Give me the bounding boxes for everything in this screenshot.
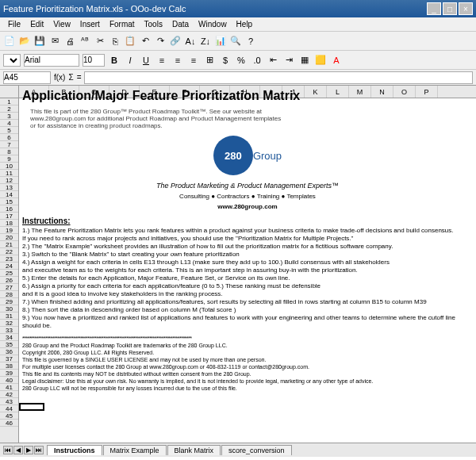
row-header[interactable]: 24 <box>0 263 18 270</box>
align-right-icon[interactable]: ≡ <box>187 54 200 67</box>
find-icon[interactable]: 🔍 <box>229 35 242 48</box>
row-header[interactable]: 30 <box>0 305 18 312</box>
row-header[interactable]: 43 <box>0 398 18 405</box>
row-header[interactable]: 44 <box>0 405 18 412</box>
row-header[interactable]: 22 <box>0 248 18 255</box>
save-icon[interactable]: 💾 <box>33 35 46 48</box>
row-header[interactable]: 25 <box>0 270 18 277</box>
name-box[interactable] <box>3 71 51 84</box>
fx-icon[interactable]: f(x) <box>54 73 65 82</box>
row-header[interactable]: 12 <box>0 177 18 184</box>
row-header[interactable]: 16 <box>0 205 18 213</box>
tab-matrix-example[interactable]: Matrix Example <box>103 445 167 455</box>
bold-icon[interactable]: B <box>108 54 121 67</box>
menu-data[interactable]: Data <box>167 20 194 29</box>
tab-blank-matrix[interactable]: Blank Matrix <box>167 445 221 455</box>
copy-icon[interactable]: ⎘ <box>109 35 121 48</box>
row-header[interactable]: 13 <box>0 184 18 191</box>
menu-edit[interactable]: Edit <box>25 20 48 29</box>
sheet-content[interactable]: Application/Major Feature Prioritization… <box>19 86 476 393</box>
row-header[interactable]: 2 <box>0 105 18 113</box>
row-header[interactable]: 40 <box>0 377 18 384</box>
row-header[interactable]: 6 <box>0 134 18 141</box>
tab-score-conversion[interactable]: score_conversion <box>221 445 292 455</box>
align-left-icon[interactable]: ≡ <box>155 54 168 67</box>
row-header[interactable]: 14 <box>0 191 18 198</box>
new-icon[interactable]: 📄 <box>3 35 16 48</box>
row-header[interactable]: 45 <box>0 412 18 420</box>
close-button[interactable]: × <box>459 2 473 15</box>
row-header[interactable]: 7 <box>0 141 18 148</box>
hyperlink-icon[interactable]: 🔗 <box>169 35 182 48</box>
open-icon[interactable]: 📂 <box>18 35 31 48</box>
sum-icon[interactable]: Σ <box>68 73 73 82</box>
row-header[interactable]: 33 <box>0 327 18 334</box>
row-header[interactable]: 11 <box>0 170 18 177</box>
menu-view[interactable]: View <box>48 20 75 29</box>
underline-icon[interactable]: U <box>140 54 152 67</box>
row-header[interactable]: 1 <box>0 98 18 105</box>
row-header[interactable]: 38 <box>0 362 18 370</box>
row-header[interactable]: 4 <box>0 120 18 127</box>
row-header[interactable]: 29 <box>0 298 18 305</box>
menu-window[interactable]: Window <box>194 20 232 29</box>
sort-asc-icon[interactable]: A↓ <box>184 35 197 48</box>
print-icon[interactable]: 🖨 <box>63 35 76 48</box>
percent-icon[interactable]: % <box>235 54 248 67</box>
row-header[interactable]: 27 <box>0 284 18 291</box>
row-header[interactable]: 41 <box>0 384 18 391</box>
row-header[interactable]: 20 <box>0 234 18 241</box>
tab-first-icon[interactable]: ⏮ <box>3 446 13 454</box>
fontcolor-icon[interactable]: A <box>330 54 343 67</box>
equals-icon[interactable]: = <box>77 73 82 82</box>
tab-instructions[interactable]: Instructions <box>47 445 102 455</box>
row-header[interactable]: 32 <box>0 320 18 327</box>
row-header[interactable]: 23 <box>0 255 18 263</box>
mail-icon[interactable]: ✉ <box>48 35 61 48</box>
indent-inc-icon[interactable]: ⇥ <box>282 54 295 67</box>
paste-icon[interactable]: 📋 <box>124 35 136 48</box>
merge-cells-icon[interactable]: ⊞ <box>203 54 216 67</box>
tab-last-icon[interactable]: ⏭ <box>34 446 44 454</box>
row-header[interactable]: 19 <box>0 227 18 234</box>
cell-selection[interactable] <box>19 403 44 411</box>
font-name-input[interactable] <box>24 54 79 67</box>
style-select[interactable] <box>3 54 21 67</box>
row-header[interactable]: 28 <box>0 291 18 298</box>
row-header[interactable]: 21 <box>0 241 18 248</box>
sort-desc-icon[interactable]: Z↓ <box>199 35 212 48</box>
row-header[interactable]: 35 <box>0 341 18 348</box>
row-header[interactable]: 37 <box>0 355 18 362</box>
align-center-icon[interactable]: ≡ <box>171 54 184 67</box>
row-header[interactable]: 17 <box>0 213 18 220</box>
tab-prev-icon[interactable]: ◀ <box>13 446 23 454</box>
maximize-button[interactable]: □ <box>443 2 457 15</box>
font-size-input[interactable] <box>83 54 105 67</box>
chart-icon[interactable]: 📊 <box>214 35 227 48</box>
menu-format[interactable]: Format <box>105 20 140 29</box>
row-header[interactable]: 26 <box>0 277 18 284</box>
row-header[interactable]: 42 <box>0 391 18 398</box>
row-header[interactable]: 18 <box>0 220 18 227</box>
decimal-icon[interactable]: .0 <box>251 54 263 67</box>
redo-icon[interactable]: ↷ <box>154 35 167 48</box>
row-header[interactable]: 46 <box>0 420 18 427</box>
row-header[interactable]: 39 <box>0 370 18 377</box>
row-header[interactable]: 8 <box>0 148 18 155</box>
tab-next-icon[interactable]: ▶ <box>24 446 33 454</box>
menu-insert[interactable]: Insert <box>75 20 105 29</box>
currency-icon[interactable]: $ <box>219 54 232 67</box>
row-header[interactable]: 9 <box>0 155 18 163</box>
indent-dec-icon[interactable]: ⇤ <box>267 54 279 67</box>
row-header[interactable]: 5 <box>0 127 18 134</box>
menu-help[interactable]: Help <box>232 20 258 29</box>
bgcolor-icon[interactable]: 🟨 <box>314 54 327 67</box>
minimize-button[interactable]: _ <box>427 2 441 15</box>
spellcheck-icon[interactable]: ᴬᴮ <box>79 35 91 48</box>
row-header[interactable]: 36 <box>0 348 18 355</box>
menu-file[interactable]: File <box>3 20 25 29</box>
italic-icon[interactable]: I <box>124 54 136 67</box>
formula-input[interactable] <box>84 71 473 84</box>
row-header[interactable]: 31 <box>0 312 18 320</box>
row-header[interactable]: 10 <box>0 163 18 170</box>
